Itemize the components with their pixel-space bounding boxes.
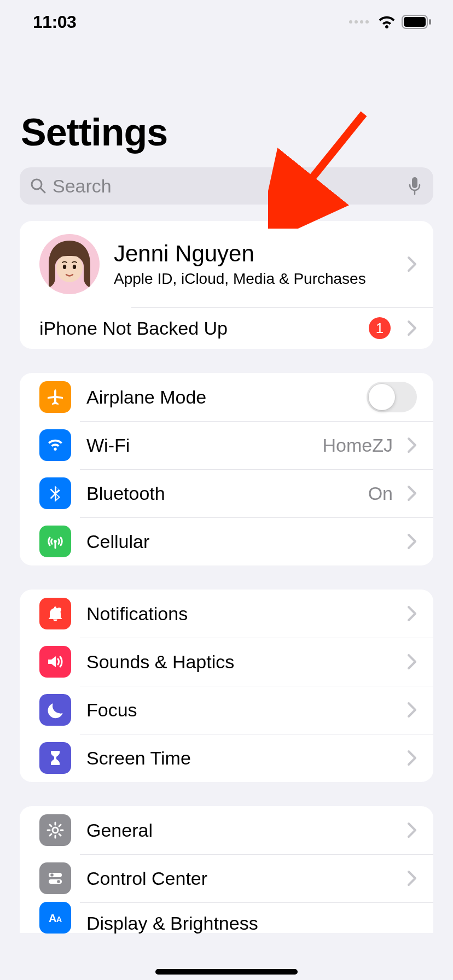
chevron-right-icon	[407, 702, 417, 718]
svg-rect-2	[429, 19, 431, 25]
status-bar: 11:03	[0, 0, 453, 38]
general-block: General Control Center AA Display & Brig…	[20, 806, 433, 933]
row-label: Sounds & Haptics	[86, 651, 402, 673]
row-label: Cellular	[86, 531, 402, 552]
chevron-right-icon	[407, 256, 417, 272]
apple-id-row[interactable]: Jenni Nguyen Apple ID, iCloud, Media & P…	[20, 221, 433, 307]
notifications-icon	[39, 598, 71, 629]
row-label: Screen Time	[86, 748, 402, 769]
text-size-icon: AA	[39, 902, 71, 934]
svg-rect-1	[404, 17, 426, 27]
focus-row[interactable]: Focus	[20, 686, 433, 734]
airplane-icon	[39, 381, 71, 413]
speaker-icon	[39, 646, 71, 678]
svg-point-9	[73, 265, 76, 269]
search-input[interactable]	[51, 175, 408, 197]
backup-row[interactable]: iPhone Not Backed Up 1	[20, 307, 433, 349]
chevron-right-icon	[407, 605, 417, 622]
wifi-row[interactable]: Wi-Fi HomeZJ	[20, 421, 433, 469]
screen-time-row[interactable]: Screen Time	[20, 734, 433, 782]
row-label: Control Center	[86, 868, 402, 889]
signal-dots-icon	[349, 20, 369, 24]
svg-point-23	[50, 873, 54, 877]
profile-subtitle: Apple ID, iCloud, Media & Purchases	[114, 270, 402, 288]
profile-block: Jenni Nguyen Apple ID, iCloud, Media & P…	[20, 221, 433, 349]
svg-line-20	[50, 834, 51, 836]
svg-line-19	[59, 834, 61, 836]
chevron-right-icon	[407, 485, 417, 501]
status-time: 11:03	[33, 12, 76, 32]
row-value: HomeZJ	[323, 435, 393, 456]
cellular-icon	[39, 526, 71, 557]
display-brightness-row[interactable]: AA Display & Brightness	[20, 902, 433, 933]
cellular-row[interactable]: Cellular	[20, 517, 433, 565]
sounds-row[interactable]: Sounds & Haptics	[20, 638, 433, 686]
chevron-right-icon	[407, 822, 417, 838]
profile-name: Jenni Nguyen	[114, 241, 402, 267]
wifi-icon	[378, 15, 396, 29]
chevron-right-icon	[407, 533, 417, 550]
page-title: Settings	[21, 110, 453, 154]
svg-line-21	[59, 825, 61, 826]
svg-point-25	[57, 880, 60, 883]
connectivity-block: Airplane Mode Wi-Fi HomeZJ Bluetooth On …	[20, 373, 433, 565]
svg-line-18	[50, 825, 51, 826]
battery-icon	[402, 15, 432, 29]
row-value: On	[368, 483, 393, 504]
control-center-row[interactable]: Control Center	[20, 854, 433, 902]
hourglass-icon	[39, 742, 71, 774]
microphone-icon[interactable]	[408, 177, 421, 195]
row-label: Notifications	[86, 603, 402, 625]
row-label: Focus	[86, 699, 402, 721]
bluetooth-icon	[39, 477, 71, 509]
chevron-right-icon	[407, 437, 417, 453]
gear-icon	[39, 814, 71, 846]
status-right	[349, 15, 432, 29]
toggles-icon	[39, 862, 71, 894]
avatar	[39, 234, 100, 294]
svg-point-8	[63, 265, 66, 269]
svg-point-12	[57, 608, 61, 612]
attention-block: Notifications Sounds & Haptics Focus Scr…	[20, 590, 433, 782]
chevron-right-icon	[407, 870, 417, 886]
svg-point-13	[53, 827, 58, 833]
row-label: Wi-Fi	[86, 435, 323, 456]
svg-text:A: A	[49, 912, 56, 924]
svg-point-7	[56, 254, 83, 282]
row-label: Display & Brightness	[86, 913, 417, 934]
chevron-right-icon	[407, 750, 417, 766]
chevron-right-icon	[407, 320, 417, 336]
airplane-mode-row[interactable]: Airplane Mode	[20, 373, 433, 421]
home-indicator[interactable]	[155, 969, 298, 975]
notification-badge: 1	[369, 317, 391, 339]
general-row[interactable]: General	[20, 806, 433, 854]
row-label: General	[86, 820, 402, 841]
row-label: Bluetooth	[86, 483, 368, 504]
backup-label: iPhone Not Backed Up	[39, 318, 369, 339]
airplane-mode-toggle[interactable]	[367, 382, 417, 412]
search-icon	[30, 177, 47, 195]
svg-line-4	[40, 188, 45, 192]
notifications-row[interactable]: Notifications	[20, 590, 433, 638]
row-label: Airplane Mode	[86, 387, 367, 408]
svg-rect-5	[412, 177, 417, 188]
search-bar[interactable]	[20, 167, 433, 205]
wifi-icon	[39, 429, 71, 461]
svg-text:A: A	[56, 915, 62, 924]
moon-icon	[39, 694, 71, 726]
bluetooth-row[interactable]: Bluetooth On	[20, 469, 433, 517]
chevron-right-icon	[407, 654, 417, 670]
